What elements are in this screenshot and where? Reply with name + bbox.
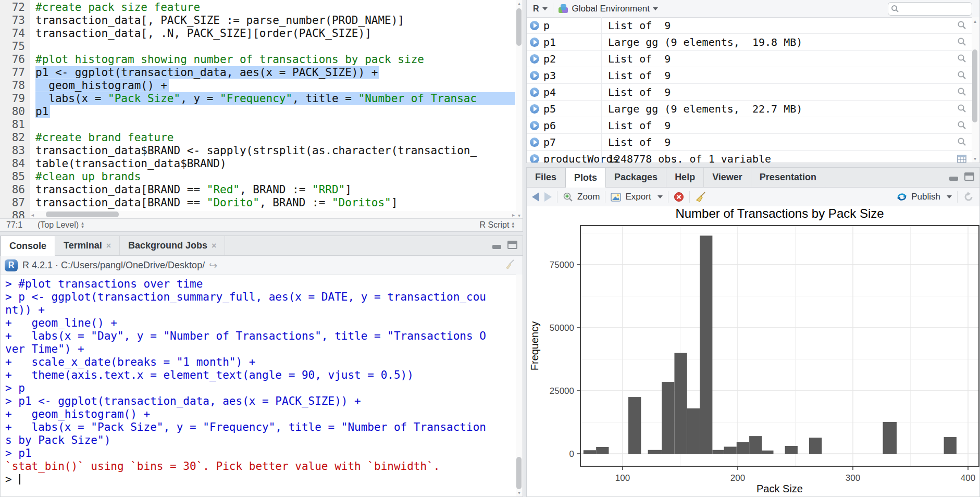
env-row-p[interactable]: pList of 9: [527, 17, 972, 34]
tab-presentation[interactable]: Presentation: [751, 168, 825, 187]
expand-object-icon[interactable]: [530, 21, 539, 30]
minimize-pane-button[interactable]: [949, 177, 958, 181]
scroll-up-icon[interactable]: ▴: [516, 1, 523, 6]
expand-object-icon[interactable]: [530, 54, 539, 64]
zoom-plot-button[interactable]: Zoom: [563, 192, 600, 202]
publish-button[interactable]: Publish: [897, 192, 952, 202]
scroll-left-icon[interactable]: ◂: [31, 212, 34, 218]
editor-line-83[interactable]: transaction_data$BRAND <- sapply(strspli…: [35, 144, 515, 157]
env-row-productWords[interactable]: productWords1248778 obs. of 1 variable: [527, 151, 972, 163]
console-vertical-scrollbar[interactable]: ▾: [516, 275, 523, 496]
scroll-down-icon[interactable]: ▾: [972, 156, 978, 161]
scroll-down-icon[interactable]: ▾: [516, 213, 523, 218]
global-environment-dropdown[interactable]: Global Environment: [572, 4, 650, 14]
editor-line-86[interactable]: transaction_data[BRAND == "Red", BRAND :…: [35, 183, 515, 196]
tab-help[interactable]: Help: [666, 168, 704, 187]
environment-search-input[interactable]: [899, 4, 972, 14]
environment-variable-list[interactable]: pList of 9p1Large gg (9 elements, 19.8 M…: [527, 17, 972, 163]
console-pane[interactable]: ConsoleTerminal×Background Jobs× R R 4.2…: [0, 235, 523, 497]
editor-line-72[interactable]: #create pack size feature: [35, 1, 515, 14]
inspect-object-magnifier-icon[interactable]: [957, 136, 966, 149]
tab-background-jobs[interactable]: Background Jobs×: [120, 236, 225, 255]
clear-console-broom-icon[interactable]: [504, 258, 515, 272]
previous-plot-button[interactable]: [532, 192, 539, 202]
close-tab-icon[interactable]: ×: [212, 241, 216, 251]
inspect-object-magnifier-icon[interactable]: [957, 53, 966, 66]
env-row-p2[interactable]: p2List of 9: [527, 51, 972, 67]
scroll-down-icon[interactable]: ▾: [516, 490, 523, 495]
editor-line-79[interactable]: labs(x = "Pack Size", y = "Frequency", t…: [35, 92, 515, 105]
env-row-p3[interactable]: p3List of 9: [527, 67, 972, 84]
refresh-plot-button[interactable]: [963, 191, 974, 203]
vscroll-thumb[interactable]: [516, 8, 522, 46]
editor-horizontal-scrollbar[interactable]: ◂ ▸: [30, 211, 516, 218]
editor-line-77[interactable]: p1 <- ggplot(transaction_data, aes(x = P…: [35, 66, 515, 79]
editor-line-81[interactable]: [35, 118, 515, 131]
environment-search-box[interactable]: [888, 2, 972, 16]
expand-object-icon[interactable]: [530, 154, 539, 164]
console-output[interactable]: > #plot transactions over time> p <- ggp…: [1, 275, 516, 496]
expand-object-icon[interactable]: [530, 138, 539, 147]
env-row-p5[interactable]: p5Large gg (9 elements, 22.7 MB): [527, 101, 972, 117]
tab-viewer[interactable]: Viewer: [704, 168, 751, 187]
editor-line-78[interactable]: geom_histogram() +: [35, 79, 515, 92]
minimize-pane-button[interactable]: [492, 245, 501, 249]
inspect-object-magnifier-icon[interactable]: [957, 20, 966, 32]
expand-object-icon[interactable]: [530, 104, 539, 114]
export-plot-button[interactable]: Export: [611, 192, 662, 202]
env-row-p1[interactable]: p1Large gg (9 elements, 19.8 MB): [527, 34, 972, 51]
scroll-right-icon[interactable]: ▸: [512, 212, 515, 218]
vscroll-thumb[interactable]: [972, 49, 977, 122]
next-plot-button[interactable]: [544, 192, 552, 202]
close-tab-icon[interactable]: ×: [106, 241, 111, 251]
expand-object-icon[interactable]: [530, 71, 539, 80]
hscroll-thumb[interactable]: [46, 212, 119, 217]
maximize-pane-button[interactable]: [507, 241, 517, 249]
expand-object-icon[interactable]: [530, 88, 539, 97]
vscroll-thumb[interactable]: [516, 457, 522, 489]
expand-object-icon[interactable]: [530, 121, 539, 130]
scope-selector[interactable]: (Top Level) ▴▾: [38, 220, 84, 230]
environment-pane[interactable]: R Global Environment pList of 9p1Large g…: [526, 0, 980, 163]
editor-line-80[interactable]: p1: [35, 105, 515, 118]
goto-working-directory-icon[interactable]: ↪: [209, 259, 217, 271]
tab-files[interactable]: Files: [527, 168, 565, 187]
environment-vertical-scrollbar[interactable]: ▴ ▾: [972, 17, 979, 163]
inspect-object-magnifier-icon[interactable]: [957, 120, 966, 132]
editor-code[interactable]: #create pack size featuretransaction_dat…: [35, 1, 515, 219]
editor-line-85[interactable]: #clean up brands: [35, 170, 515, 183]
r-language-dropdown[interactable]: R: [533, 4, 539, 14]
tab-packages[interactable]: Packages: [606, 168, 666, 187]
view-table-icon[interactable]: [957, 153, 966, 163]
editor-body[interactable]: 7273747576777879808182838485868788 #crea…: [0, 0, 523, 219]
console-line: nt)) +: [5, 304, 516, 317]
env-row-p7[interactable]: p7List of 9: [527, 134, 972, 151]
editor-line-76[interactable]: #plot histogram showing number of transa…: [35, 53, 515, 66]
source-editor-pane[interactable]: 7273747576777879808182838485868788 #crea…: [0, 0, 523, 232]
file-type-selector[interactable]: R Script ▴▾: [480, 220, 514, 230]
editor-line-73[interactable]: transaction_data[, PACK_SIZE := parse_nu…: [35, 14, 515, 27]
remove-plot-button[interactable]: [674, 192, 684, 202]
plots-pane[interactable]: FilesPlotsPackagesHelpViewerPresentation…: [526, 167, 980, 497]
scroll-up-icon[interactable]: ▴: [972, 19, 978, 24]
editor-line-87[interactable]: transaction_data[BRAND == "Dorito", BRAN…: [35, 196, 515, 209]
maximize-pane-button[interactable]: [964, 172, 974, 181]
inspect-object-magnifier-icon[interactable]: [957, 86, 966, 99]
editor-vertical-scrollbar[interactable]: ▴ ▾: [516, 0, 523, 219]
editor-line-74[interactable]: transaction_data[, .N, PACK_SIZE][order(…: [35, 27, 515, 40]
env-row-p6[interactable]: p6List of 9: [527, 117, 972, 134]
expand-object-icon[interactable]: [530, 38, 539, 47]
console-line: + theme(axis.text.x = element_text(angle…: [5, 369, 516, 382]
line-number: 79: [0, 92, 25, 105]
inspect-object-magnifier-icon[interactable]: [957, 70, 966, 82]
tab-plots[interactable]: Plots: [565, 168, 606, 188]
tab-terminal[interactable]: Terminal×: [55, 236, 120, 255]
tab-console[interactable]: Console: [1, 236, 55, 256]
env-row-p4[interactable]: p4List of 9: [527, 84, 972, 101]
editor-line-84[interactable]: table(transaction_data$BRAND): [35, 157, 515, 170]
clear-all-plots-button[interactable]: [695, 191, 706, 203]
editor-line-75[interactable]: [35, 40, 515, 53]
editor-line-82[interactable]: #create brand feature: [35, 131, 515, 144]
inspect-object-magnifier-icon[interactable]: [957, 36, 966, 49]
inspect-object-magnifier-icon[interactable]: [957, 103, 966, 116]
